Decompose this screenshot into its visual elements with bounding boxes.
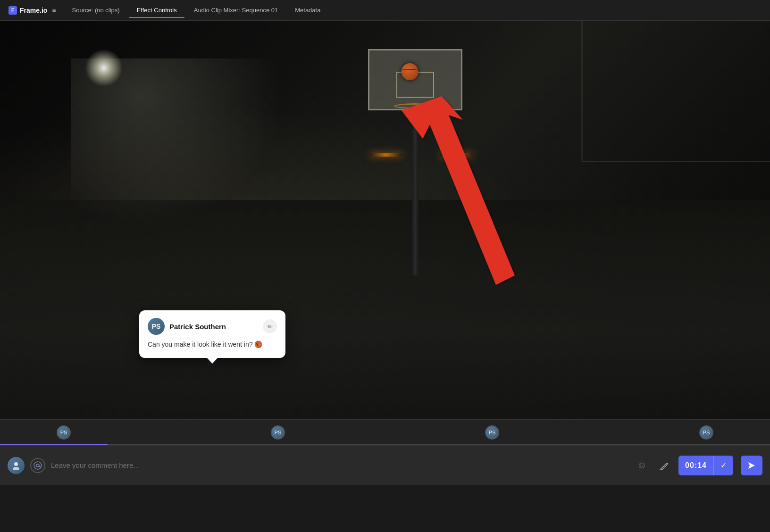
timestamp-button[interactable]: 00:14 [678,456,713,475]
svg-point-3 [34,462,42,469]
svg-point-1 [14,462,18,466]
tab-source[interactable]: Source: (no clips) [65,3,127,17]
send-button[interactable] [741,456,762,475]
timeline-markers: PS PS PS PS [9,425,761,440]
red-arrow-annotation [354,77,562,313]
video-player[interactable]: PS Patrick Southern ✏ Can you make it lo… [0,21,770,419]
comment-text: Can you make it look like it went in? 🏀 [148,340,277,349]
timeline-marker-1[interactable]: PS [57,425,71,440]
timeline-progress [0,444,108,445]
tab-effect-controls[interactable]: Effect Controls [129,3,184,17]
comment-tooltip: PS Patrick Southern ✏ Can you make it lo… [139,310,285,358]
marker-avatar-4: PS [699,425,713,440]
timestamp-controls: 00:14 ✓ [678,456,733,475]
ceiling-structure [581,21,770,162]
brand-name: Frame.io [20,7,47,14]
svg-marker-0 [402,96,515,285]
timeline-marker-2[interactable]: PS [271,425,285,440]
edit-icon: ✏ [268,323,273,330]
draw-button[interactable] [656,457,673,474]
comment-user: PS Patrick Southern [148,318,226,335]
tab-metadata[interactable]: Metadata [287,3,328,17]
timeline-marker-4[interactable]: PS [699,425,713,440]
comment-edit-button[interactable]: ✏ [263,319,277,333]
marker-avatar-1: PS [57,425,71,440]
comment-input-bar: ☺ 00:14 ✓ [0,445,770,485]
brand-logo-area[interactable]: F Frame.io ≡ [4,6,63,15]
marker-avatar-3: PS [485,425,499,440]
check-icon: ✓ [720,461,727,470]
svg-point-4 [36,464,39,467]
spotlight-light [85,49,123,87]
at-mention-icon[interactable] [30,458,45,473]
tab-audio-clip-mixer[interactable]: Audio Clip Mixer: Sequence 01 [186,3,286,17]
comment-header: PS Patrick Southern ✏ [148,318,277,335]
svg-point-2 [13,467,19,470]
frameio-logo: F [8,6,17,15]
check-button[interactable]: ✓ [713,456,733,475]
svg-line-5 [660,469,661,470]
timeline-bar: PS PS PS PS [0,419,770,445]
timeline-marker-3[interactable]: PS [485,425,499,440]
tab-bar: F Frame.io ≡ Source: (no clips) Effect C… [0,0,770,21]
hamburger-menu[interactable]: ≡ [50,6,58,15]
timeline-track[interactable] [0,444,770,445]
comment-input[interactable] [51,461,628,469]
timestamp-value: 00:14 [685,461,707,470]
user-avatar [8,457,25,474]
comment-avatar: PS [148,318,165,335]
comment-username: Patrick Southern [169,323,226,331]
marker-avatar-2: PS [271,425,285,440]
emoji-button[interactable]: ☺ [633,457,650,474]
svg-marker-6 [748,462,755,469]
